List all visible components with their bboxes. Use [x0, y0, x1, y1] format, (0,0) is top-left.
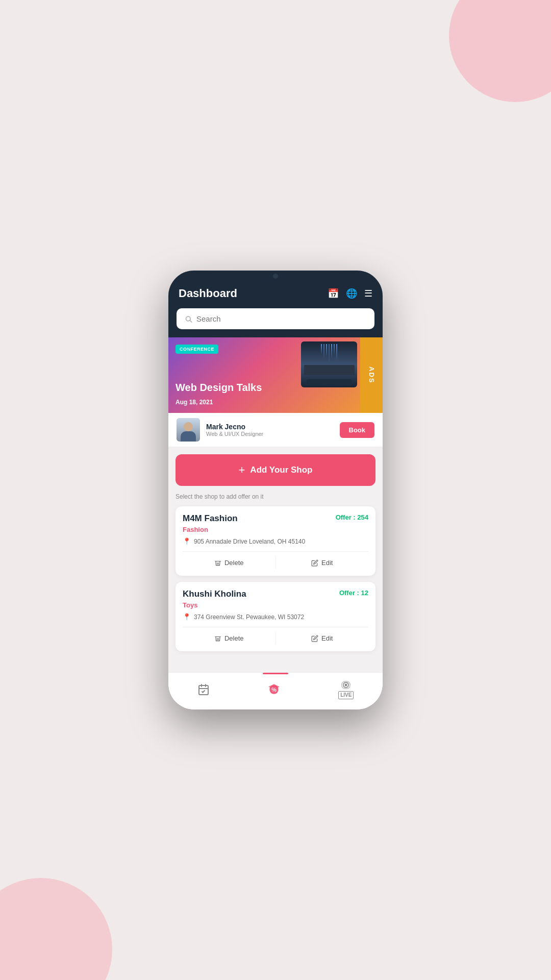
shop-card: Khushi Kholina Offer : 12 Toys 📍 374 Gre… — [176, 582, 375, 651]
svg-text:%: % — [271, 687, 277, 693]
banner-ads: ADS — [360, 337, 383, 413]
search-bar — [177, 308, 374, 329]
menu-icon[interactable]: ☰ — [364, 288, 372, 299]
edit-button[interactable]: Edit — [276, 557, 369, 569]
section-hint: Select the shop to add offer on it — [176, 493, 375, 500]
search-input[interactable] — [196, 314, 366, 323]
edit-icon — [311, 559, 318, 567]
event-banner: CONFERENCE Web Design Talks Aug 18, 2021 — [168, 337, 383, 413]
shop-category: Fashion — [183, 526, 368, 533]
scroll-content: CONFERENCE Web Design Talks Aug 18, 2021 — [168, 308, 383, 672]
nav-item-live[interactable]: LIVE — [330, 678, 362, 701]
svg-point-8 — [345, 684, 347, 687]
location-icon: 📍 — [183, 613, 191, 621]
shop-name: Khushi Kholina — [183, 589, 246, 599]
banner-badge: CONFERENCE — [176, 345, 218, 354]
trash-icon — [214, 559, 221, 567]
live-icon — [339, 680, 353, 690]
banner-date: Aug 18, 2021 — [176, 399, 213, 406]
shop-card: M4M Fashion Offer : 254 Fashion 📍 905 An… — [176, 506, 375, 576]
shop-address: 📍 905 Annadale Drive Loveland, OH 45140 — [183, 537, 368, 545]
phone-screen: Dashboard 📅 🌐 ☰ CONFER — [168, 271, 383, 709]
delete-button[interactable]: Delete — [183, 632, 276, 644]
offers-icon: % — [267, 683, 281, 696]
plus-icon: + — [239, 463, 245, 477]
globe-icon[interactable]: 🌐 — [346, 288, 357, 299]
speaker-card: Mark Jecno Web & UI/UX Designer Book — [168, 413, 383, 447]
shop-offer: Offer : 12 — [339, 589, 368, 597]
search-section — [168, 308, 383, 337]
shop-category: Toys — [183, 601, 368, 609]
svg-rect-2 — [199, 685, 208, 695]
calendar-icon[interactable]: 📅 — [328, 288, 339, 299]
header-icons: 📅 🌐 ☰ — [328, 288, 372, 299]
trash-icon — [214, 635, 221, 642]
phone-camera — [273, 274, 278, 279]
book-button[interactable]: Book — [340, 422, 375, 438]
delete-button[interactable]: Delete — [183, 557, 276, 569]
banner-image — [301, 341, 357, 387]
search-icon — [185, 315, 192, 323]
location-icon: 📍 — [183, 537, 191, 545]
speaker-info: Mark Jecno Web & UI/UX Designer — [206, 423, 334, 437]
live-label: LIVE — [338, 691, 354, 699]
shop-offer: Offer : 254 — [336, 513, 368, 521]
bottom-nav: % LIVE — [168, 672, 383, 709]
shop-actions: Delete Edit — [183, 551, 368, 569]
phone-frame: Dashboard 📅 🌐 ☰ CONFER — [168, 271, 383, 709]
main-content: + Add Your Shop Select the shop to add o… — [168, 447, 383, 658]
banner-title: Web Design Talks — [176, 382, 262, 394]
svg-line-1 — [190, 320, 191, 322]
edit-icon — [311, 635, 318, 642]
nav-item-calendar[interactable] — [189, 681, 218, 698]
edit-button[interactable]: Edit — [276, 632, 369, 644]
bg-decoration-top — [449, 0, 551, 102]
page-title: Dashboard — [179, 287, 237, 300]
shop-address: 📍 374 Greenview St. Pewaukee, WI 53072 — [183, 613, 368, 621]
shop-name: M4M Fashion — [183, 513, 238, 524]
add-shop-label: Add Your Shop — [250, 465, 312, 475]
speaker-avatar — [177, 418, 200, 442]
add-shop-button[interactable]: + Add Your Shop — [176, 454, 375, 486]
speaker-role: Web & UI/UX Designer — [206, 431, 334, 437]
nav-item-offers[interactable]: % — [259, 681, 289, 698]
speaker-name: Mark Jecno — [206, 423, 334, 431]
shop-actions: Delete Edit — [183, 627, 368, 644]
bg-decoration-bottom — [0, 878, 112, 980]
calendar-nav-icon — [197, 683, 210, 696]
nav-indicator — [263, 673, 288, 674]
